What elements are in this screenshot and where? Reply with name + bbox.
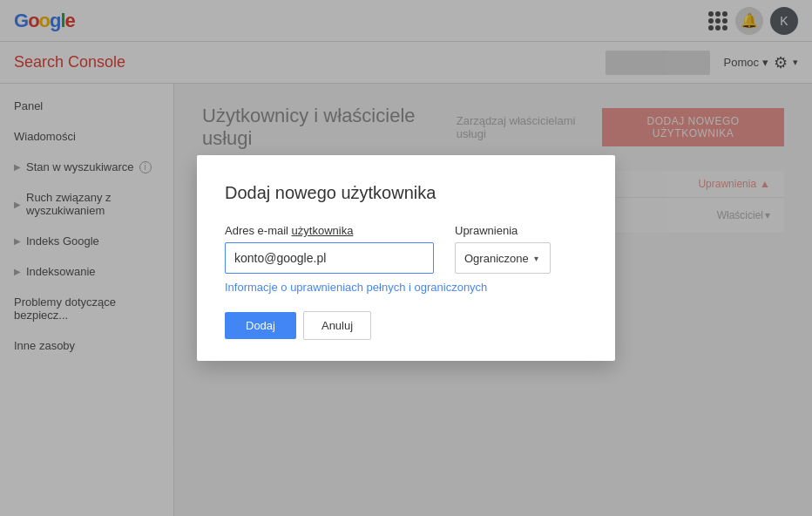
cancel-button[interactable]: Anuluj xyxy=(303,311,371,340)
dialog-title: Dodaj nowego użytkownika xyxy=(225,183,587,203)
email-input[interactable] xyxy=(225,242,434,274)
chevron-down-icon: ▾ xyxy=(534,254,538,263)
add-user-dialog: Dodaj nowego użytkownika Adres e-mail uż… xyxy=(197,155,615,361)
permissions-info-link[interactable]: Informacje o uprawnieniach pełnych i ogr… xyxy=(225,281,487,294)
permissions-dropdown[interactable]: Ograniczone ▾ xyxy=(455,242,551,274)
add-button[interactable]: Dodaj xyxy=(225,312,296,339)
dialog-fields: Adres e-mail użytkownika Uprawnienia Ogr… xyxy=(225,224,587,274)
dialog-actions: Dodaj Anuluj xyxy=(225,311,587,340)
dialog-overlay: Dodaj nowego użytkownika Adres e-mail uż… xyxy=(0,0,812,516)
perms-label: Uprawnienia xyxy=(455,224,551,237)
email-field-group: Adres e-mail użytkownika xyxy=(225,224,434,274)
perms-field-group: Uprawnienia Ograniczone ▾ xyxy=(455,224,551,274)
email-label: Adres e-mail użytkownika xyxy=(225,224,434,237)
